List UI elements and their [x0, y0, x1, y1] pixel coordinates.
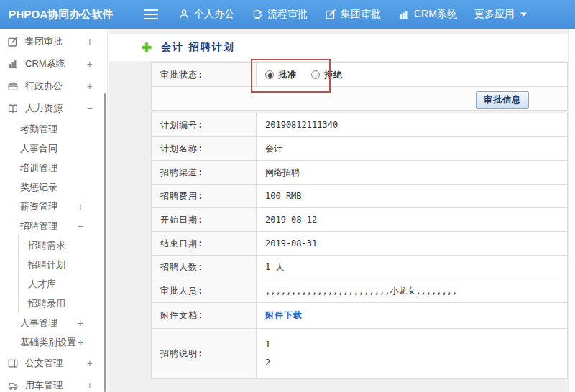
- add-icon[interactable]: [141, 42, 152, 53]
- sidebar-item-recruit-hiring[interactable]: 招聘录用: [18, 294, 107, 313]
- field-label: 计划名称:: [152, 137, 257, 160]
- sidebar-item-label: 奖惩记录: [20, 181, 58, 194]
- sidebar-item-admin-office[interactable]: 行政办公+: [0, 75, 107, 97]
- sidebar-item-group-approval[interactable]: 集团审批+: [0, 30, 107, 52]
- sidebar-item-label: 招聘需求: [28, 239, 65, 252]
- top-nav-process-approval[interactable]: 流程审批: [252, 8, 308, 21]
- sidebar-item-vehicle-mgmt[interactable]: 用车管理+: [0, 374, 107, 392]
- document-icon: [7, 358, 19, 369]
- attachment-download-link[interactable]: 附件下载: [265, 309, 303, 322]
- sidebar-item-label: 招聘管理: [20, 220, 58, 233]
- radio-approve-icon[interactable]: [265, 70, 274, 79]
- field-row-recruit-count: 招聘人数:1 人: [151, 256, 568, 279]
- field-label: 结束日期:: [152, 232, 257, 255]
- approval-button-row: 审批信息: [151, 87, 568, 111]
- field-value-text: 网络招聘: [265, 167, 300, 179]
- person-icon: [178, 9, 190, 20]
- radio-option-approve[interactable]: 批准: [265, 69, 297, 81]
- sidebar-item-label: 行政办公: [25, 80, 63, 93]
- field-value-text: 2019-08-12: [265, 215, 317, 225]
- page-scrollbar-track[interactable]: [568, 29, 575, 392]
- top-nav-crm-system[interactable]: CRM系统: [398, 8, 457, 21]
- sidebar-item-label: 招聘计划: [28, 258, 65, 271]
- sidebar-item-salary-mgmt[interactable]: 薪资管理+: [0, 197, 107, 216]
- field-value: 1 人: [257, 256, 567, 279]
- sidebar-item-human-resources[interactable]: 人力资源−: [0, 97, 107, 119]
- field-value-text: 会计: [265, 143, 282, 155]
- bar-chart-icon: [7, 58, 19, 70]
- approval-section: 审批状态: 批准拒绝 审批信息: [151, 62, 568, 111]
- sidebar-item-recruit-plan[interactable]: 招聘计划: [18, 255, 107, 274]
- top-nav-label: CRM系统: [414, 8, 457, 21]
- sidebar: 集团审批+CRM系统+行政办公+人力资源−考勤管理人事合同培训管理奖惩记录薪资管…: [0, 29, 108, 392]
- sidebar-item-reward-punishment[interactable]: 奖惩记录: [0, 177, 107, 197]
- field-value: ,,,,,,,,,,,,,,,,,,,,,,,,小龙女,,,,,,,,: [257, 279, 567, 302]
- sidebar-item-label: 招聘录用: [28, 297, 65, 310]
- expand-toggle[interactable]: +: [87, 37, 93, 47]
- field-value-line: 2: [265, 354, 270, 372]
- app-logo[interactable]: PHPOA协同办公软件: [0, 8, 108, 22]
- detail-table: 计划编号:20190812111340计划名称:会计招聘渠道:网络招聘招聘费用:…: [151, 113, 568, 379]
- field-value: 2019-08-31: [257, 232, 567, 255]
- sidebar-item-label: 薪资管理: [20, 200, 58, 213]
- expand-toggle[interactable]: +: [87, 358, 93, 368]
- field-label: 招聘费用:: [152, 185, 257, 207]
- radio-option-reject[interactable]: 拒绝: [311, 69, 343, 81]
- sidebar-item-personnel-mgmt[interactable]: 人事管理+: [0, 313, 107, 332]
- sidebar-item-base-category-settings[interactable]: 基础类别设置+: [0, 332, 107, 352]
- sidebar-item-hr-contract[interactable]: 人事合同: [0, 139, 107, 158]
- top-nav-personal-office[interactable]: 个人办公: [178, 8, 234, 21]
- title-band: 会计 招聘计划: [109, 34, 575, 61]
- expand-toggle[interactable]: +: [78, 202, 83, 212]
- sidebar-item-label: 人才库: [28, 278, 56, 291]
- sidebar-scrollbar[interactable]: [104, 93, 106, 392]
- field-value: 2019-08-12: [257, 208, 567, 231]
- sidebar-item-talent-pool[interactable]: 人才库: [18, 274, 107, 294]
- sidebar-item-label: 考勤管理: [20, 123, 58, 136]
- sidebar-item-recruit-mgmt[interactable]: 招聘管理−: [0, 216, 107, 235]
- sidebar-item-recruit-demand[interactable]: 招聘需求: [18, 235, 107, 255]
- approval-status-label: 审批状态:: [152, 63, 257, 86]
- sidebar-item-crm-system[interactable]: CRM系统+: [0, 52, 107, 75]
- sidebar-item-label: 集团审批: [25, 35, 63, 48]
- field-value-text: 2019-08-31: [265, 238, 317, 248]
- field-row-attachment: 附件文档:附件下载: [151, 303, 568, 329]
- sidebar-item-training-mgmt[interactable]: 培训管理: [0, 158, 107, 177]
- approval-radio-group: 批准拒绝: [257, 63, 567, 86]
- field-row-start-date: 开始日期:2019-08-12: [151, 208, 568, 232]
- expand-toggle[interactable]: +: [87, 59, 93, 69]
- field-row-approvers: 审批人员:,,,,,,,,,,,,,,,,,,,,,,,,小龙女,,,,,,,,: [151, 279, 568, 303]
- expand-toggle[interactable]: +: [87, 381, 93, 391]
- radio-reject-icon[interactable]: [311, 70, 320, 79]
- field-label: 招聘渠道:: [152, 161, 257, 184]
- field-row-recruit-description: 招聘说明:12: [151, 329, 568, 379]
- top-nav-label: 更多应用: [474, 8, 515, 21]
- approval-info-button[interactable]: 审批信息: [476, 91, 529, 109]
- bar-chart-icon: [398, 9, 410, 20]
- field-label: 开始日期:: [152, 208, 257, 231]
- briefcase-icon: [7, 80, 19, 92]
- field-value-text: 100 RMB: [265, 191, 302, 201]
- expand-toggle[interactable]: +: [78, 337, 83, 347]
- top-nav-label: 个人办公: [194, 8, 234, 21]
- field-value: 附件下载: [257, 303, 567, 328]
- expand-toggle[interactable]: −: [87, 103, 93, 113]
- car-icon: [7, 380, 19, 391]
- sidebar-item-label: 用车管理: [25, 379, 63, 392]
- sidebar-item-attendance-mgmt[interactable]: 考勤管理: [0, 119, 107, 139]
- caret-down-icon: [520, 12, 527, 17]
- field-value-line: 1: [265, 336, 270, 354]
- topbar: PHPOA协同办公软件 个人办公流程审批集团审批CRM系统更多应用: [0, 0, 575, 29]
- expand-toggle[interactable]: +: [78, 318, 83, 328]
- hamburger-menu-icon[interactable]: [144, 9, 158, 19]
- top-nav-more-apps[interactable]: 更多应用: [474, 8, 527, 21]
- sidebar-item-document-mgmt[interactable]: 公文管理+: [0, 352, 107, 374]
- top-nav-group-approval[interactable]: 集团审批: [325, 8, 381, 21]
- field-row-end-date: 结束日期:2019-08-31: [151, 232, 568, 256]
- top-nav-label: 集团审批: [341, 8, 381, 21]
- expand-toggle[interactable]: −: [78, 221, 83, 231]
- field-row-plan-number: 计划编号:20190812111340: [151, 113, 568, 137]
- sidebar-item-label: 基础类别设置: [20, 336, 76, 349]
- expand-toggle[interactable]: +: [87, 81, 93, 91]
- field-value: 100 RMB: [257, 185, 567, 207]
